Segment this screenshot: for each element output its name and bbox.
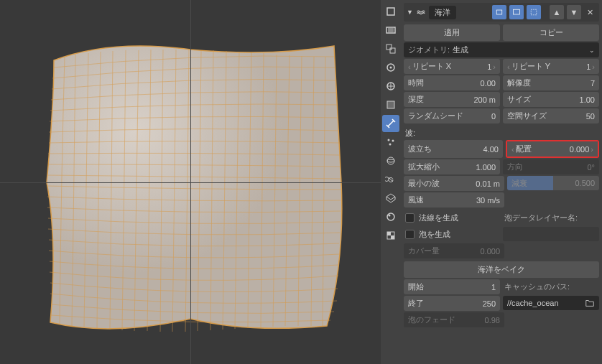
tab-scene-icon[interactable] xyxy=(382,59,399,76)
tab-data-icon[interactable] xyxy=(382,190,399,207)
frame-end-field[interactable]: 終了250 xyxy=(404,296,500,311)
display-viewport-icon[interactable] xyxy=(509,5,524,19)
svg-rect-21 xyxy=(531,9,537,15)
display-editmode-icon[interactable] xyxy=(527,5,541,19)
copy-button[interactable]: コピー xyxy=(503,24,599,41)
foam-fade-field: 泡のフェード0.98 xyxy=(404,312,504,327)
coverage-field: カバー量0.000 xyxy=(404,243,504,258)
delete-modifier-button[interactable]: ✕ xyxy=(584,8,596,17)
tab-viewlayer-icon[interactable] xyxy=(382,40,399,57)
svg-rect-0 xyxy=(387,8,394,15)
svg-point-9 xyxy=(388,139,390,141)
tab-world-icon[interactable] xyxy=(382,78,399,95)
repeat-x-field[interactable]: リピート X1 xyxy=(404,59,500,74)
tab-material-icon[interactable] xyxy=(382,208,399,225)
folder-icon[interactable] xyxy=(585,298,595,308)
move-up-button[interactable]: ▲ xyxy=(550,5,564,19)
tab-physics-icon[interactable] xyxy=(382,152,399,169)
svg-rect-2 xyxy=(386,45,392,50)
expand-icon[interactable]: ▼ xyxy=(407,9,413,16)
checkbox-icon xyxy=(405,230,415,239)
modifier-header: ▼ 海洋 ▲ ▼ ✕ xyxy=(404,3,599,22)
spatial-size-field[interactable]: 空間サイズ50 xyxy=(503,108,599,123)
properties-tabs xyxy=(381,0,401,364)
tab-constraints-icon[interactable] xyxy=(382,171,399,188)
geometry-value: 生成 xyxy=(453,45,589,55)
resolution-field[interactable]: 解像度7 xyxy=(503,75,599,90)
smallest-wave-field[interactable]: 最小の波0.01 m xyxy=(404,176,504,191)
svg-point-5 xyxy=(390,67,392,69)
svg-rect-17 xyxy=(387,232,391,235)
svg-point-14 xyxy=(387,213,394,220)
generate-normals-checkbox[interactable]: 法線を生成 xyxy=(404,210,500,225)
cache-path-field[interactable]: //cache_ocean xyxy=(503,296,599,310)
svg-point-13 xyxy=(387,159,394,162)
axis-y xyxy=(190,0,191,364)
apply-button[interactable]: 適用 xyxy=(404,24,500,41)
ocean-icon xyxy=(416,6,426,18)
chevron-down-icon: ⌄ xyxy=(589,47,595,54)
modifier-panel: ▼ 海洋 ▲ ▼ ✕ 適用 コピー ジオメトリ: 生成 ⌄ リピート X1 リピ… xyxy=(401,0,602,364)
modifier-name[interactable]: 海洋 xyxy=(429,6,456,19)
foam-layer-label: 泡データレイヤー名: xyxy=(503,210,599,225)
random-seed-field[interactable]: ランダムシード0 xyxy=(404,108,500,123)
tab-modifier-icon[interactable] xyxy=(382,115,399,132)
bake-ocean-button[interactable]: 海洋をベイク xyxy=(404,261,599,278)
repeat-y-field[interactable]: リピート Y1 xyxy=(503,59,599,74)
viewport-3d[interactable] xyxy=(0,0,381,364)
generate-foam-checkbox[interactable]: 泡を生成 xyxy=(404,227,500,242)
damping-field: 減衰0.500 xyxy=(507,176,599,190)
size-field[interactable]: サイズ1.00 xyxy=(503,92,599,107)
tab-object-icon[interactable] xyxy=(382,96,399,113)
depth-field[interactable]: 深度200 m xyxy=(404,92,500,107)
tab-render-icon[interactable] xyxy=(382,3,399,20)
svg-point-15 xyxy=(389,215,391,217)
geometry-label: ジオメトリ: xyxy=(408,45,450,55)
frame-start-field[interactable]: 開始1 xyxy=(404,279,500,294)
tab-output-icon[interactable] xyxy=(382,22,399,39)
svg-rect-18 xyxy=(391,235,394,239)
svg-rect-19 xyxy=(496,10,502,14)
svg-rect-7 xyxy=(387,101,394,108)
checkbox-icon xyxy=(405,213,415,223)
tab-particles-icon[interactable] xyxy=(382,134,399,151)
svg-rect-20 xyxy=(514,9,520,14)
svg-point-11 xyxy=(389,144,392,146)
foam-layer-field[interactable] xyxy=(503,227,599,241)
time-field[interactable]: 時間0.00 xyxy=(404,75,500,90)
scale-field[interactable]: 拡大縮小1.000 xyxy=(404,159,500,174)
direction-field: 方向0° xyxy=(503,159,599,174)
waves-section-label: 波: xyxy=(404,125,599,140)
choppiness-field[interactable]: 波立ち4.00 xyxy=(404,140,503,158)
cache-path-label: キャッシュのパス: xyxy=(503,279,599,294)
svg-rect-3 xyxy=(390,48,395,53)
alignment-field[interactable]: 配置0.000 xyxy=(507,141,598,157)
geometry-dropdown[interactable]: ジオメトリ: 生成 ⌄ xyxy=(404,42,599,57)
display-render-icon[interactable] xyxy=(492,5,506,19)
svg-point-12 xyxy=(387,157,394,164)
tab-texture-icon[interactable] xyxy=(382,227,399,244)
wind-velocity-field[interactable]: 風速30 m/s xyxy=(404,192,504,207)
move-down-button[interactable]: ▼ xyxy=(567,5,581,19)
svg-point-10 xyxy=(392,140,394,142)
